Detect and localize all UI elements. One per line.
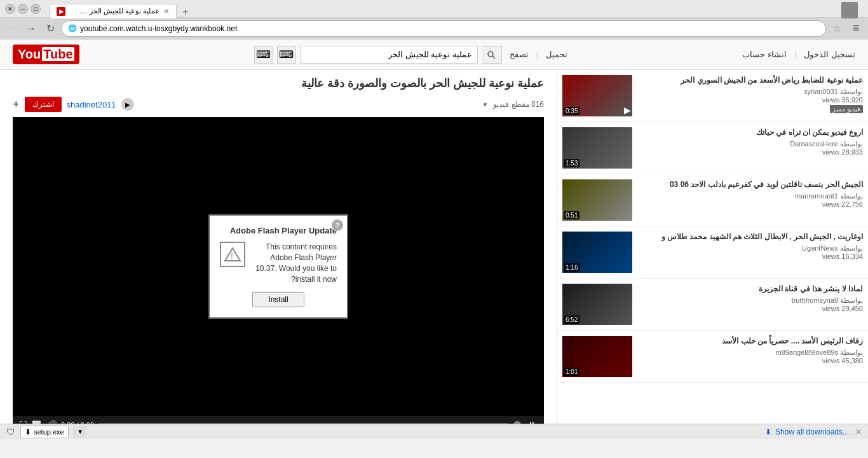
thumb-duration: 0:51 <box>564 211 580 219</box>
dropdown-arrow-icon: ▼ <box>482 101 488 108</box>
time-display: 0:00 / 0:00 <box>61 421 94 424</box>
extension-icon[interactable] <box>841 2 858 18</box>
download-file-icon: ⬇ <box>25 427 31 436</box>
lock-icon: 🌐 <box>68 24 77 32</box>
flash-help-btn[interactable]: ? <box>332 219 343 231</box>
logo-tube: Tube <box>42 47 74 61</box>
browser-tab[interactable]: ▶ عملية نوعية للجيش الحر .... ✕ <box>50 4 177 18</box>
address-bar[interactable]: 🌐 youtube.com.watch.u-losxgbydy.wankbook… <box>61 20 826 37</box>
download-item-chevron[interactable]: ▼ <box>74 426 86 438</box>
main-content: عملية نوعية للجيش الحر بالصوت والصورة دق… <box>0 70 868 424</box>
minimize-window-btn[interactable]: ─ <box>18 4 28 14</box>
time-total: 0:00 <box>61 421 74 424</box>
window-controls[interactable]: ✕ ─ □ <box>5 4 41 14</box>
keyboard-btn-1[interactable]: ⌨ <box>277 46 296 64</box>
url-input[interactable]: youtube.com.watch.u-losxgbydy.wankbook.n… <box>80 24 819 33</box>
download-arrow-icon: ⬇ <box>765 427 771 436</box>
thumb-duration: 0:35 <box>564 107 580 115</box>
item-info: الجيش الحر ينسف ناقلتين لويد في كفرعيم ب… <box>637 179 863 208</box>
pause-button[interactable]: ⏸ <box>525 419 539 424</box>
list-item[interactable]: عملية نوعية للضابط رياض الأسعد من الجيش … <box>557 70 868 122</box>
flash-dialog-title: Adobe Flash Player Update <box>220 226 337 235</box>
list-item[interactable]: لماذا لا ينشر هذا في قناة الجزيرة بواسطة… <box>557 279 868 331</box>
item-info: زفاف الرئيس الأسد .... حصرياً من حلب الأ… <box>637 336 863 364</box>
player-controls: ⏸ 0:00 / 0:00 🔊 ⬜ ⛶ <box>13 416 544 424</box>
item-channel: بواسطة m89angel89love89s <box>637 349 863 357</box>
svg-line-1 <box>492 56 495 59</box>
maximize-window-btn[interactable]: □ <box>31 4 41 14</box>
item-views: views 22,756 <box>637 200 863 208</box>
list-item[interactable]: اوغاريت , الجيش الحر , الابطال الثلاث هم… <box>557 226 868 279</box>
bookmark-btn[interactable]: ☆ <box>829 20 845 37</box>
fullscreen-btn[interactable]: ⛶ <box>18 419 28 424</box>
channel-avatar: ▶ <box>121 98 134 111</box>
youtube-header: تسجيل الدخول | انشاء حساب تحميل | تصفح ع… <box>0 39 868 70</box>
item-channel: بواسطة truthfromsyria9 <box>637 296 863 305</box>
video-player-screen[interactable]: Adobe Flash Player Update ? This content… <box>13 117 544 416</box>
download-bar: 🛡 ⬇ setup.exe ▼ <box>6 426 86 438</box>
search-input[interactable]: عملية نوعية للجيش الحر <box>300 46 478 64</box>
volume-icon[interactable]: 🔊 <box>46 420 57 424</box>
refresh-btn[interactable]: ↻ <box>42 20 58 37</box>
shield-icon: 🛡 <box>6 427 15 437</box>
item-badge: فيديو مميز <box>830 105 863 113</box>
nav-create-account[interactable]: انشاء حساب <box>742 50 787 59</box>
channel-name[interactable]: shadinet2011 <box>67 100 116 109</box>
item-title: عملية نوعية للضابط رياض الأسعد من الجيش … <box>637 75 863 86</box>
flash-dialog-message: This content requires Adobe Flash Player… <box>252 242 337 284</box>
close-window-btn[interactable]: ✕ <box>5 4 15 14</box>
list-item[interactable]: اروع فيديو يمكن ان تراه في حياتك بواسطة … <box>557 122 868 174</box>
nav-browse[interactable]: تصفح <box>510 50 529 59</box>
search-button[interactable] <box>482 46 502 64</box>
new-tab-btn[interactable]: + <box>179 6 192 18</box>
thumb-duration: 1:01 <box>564 368 580 376</box>
thumb-play-icon: ▶ <box>624 105 631 115</box>
nav-upload[interactable]: تحميل <box>546 50 567 59</box>
thumb-duration: 1:53 <box>564 159 580 167</box>
video-section: عملية نوعية للجيش الحر بالصوت والصورة دق… <box>0 70 557 424</box>
subscribe-button[interactable]: اشترك <box>25 97 62 112</box>
video-meta-bar: 816 مقطع فيديو ▼ ▶ shadinet2011 اشترك + <box>13 97 544 112</box>
item-thumbnail: 0:35 ▶ <box>562 75 632 116</box>
nav-sign-in[interactable]: تسجيل الدخول <box>804 50 855 59</box>
plus-icon: + <box>13 98 20 111</box>
bottom-bar-close-btn[interactable]: ✕ <box>855 427 862 436</box>
item-views: views 16,334 <box>637 253 863 260</box>
time-current: 0:00 <box>81 421 94 424</box>
item-thumbnail: 6:52 <box>562 284 632 325</box>
browser-nav-bar: ← → ↻ 🌐 youtube.com.watch.u-losxgbydy.wa… <box>0 18 868 39</box>
list-item[interactable]: الجيش الحر ينسف ناقلتين لويد في كفرعيم ب… <box>557 174 868 226</box>
forward-btn[interactable]: → <box>23 20 39 37</box>
item-views: views 28,933 <box>637 148 863 156</box>
back-btn[interactable]: ← <box>4 20 20 37</box>
keyboard-btn-2[interactable]: ⌨ <box>254 46 273 64</box>
subscribe-area: ▶ shadinet2011 اشترك + <box>13 97 134 112</box>
video-title: عملية نوعية للجيش الحر بالصوت والصورة دق… <box>13 76 544 90</box>
video-player: Adobe Flash Player Update ? This content… <box>13 117 544 424</box>
tab-bar: ▶ عملية نوعية للجيش الحر .... ✕ + <box>44 0 863 18</box>
player-right-controls: ⬜ ⛶ <box>18 419 43 424</box>
item-views: views 35,920 <box>637 96 863 104</box>
tab-close-btn[interactable]: ✕ <box>163 7 170 16</box>
item-channel: بواسطة UgaritNews <box>637 244 863 253</box>
item-info: لماذا لا ينشر هذا في قناة الجزيرة بواسطة… <box>637 284 863 312</box>
item-info: عملية نوعية للضابط رياض الأسعد من الجيش … <box>637 75 863 113</box>
show-downloads-link[interactable]: Show all downloads... <box>775 427 849 436</box>
progress-bar[interactable] <box>98 423 510 424</box>
item-thumbnail: 1:01 <box>562 336 632 377</box>
page-content: تسجيل الدخول | انشاء حساب تحميل | تصفح ع… <box>0 39 868 424</box>
fullscreen-rect-btn[interactable]: ⬜ <box>31 419 43 424</box>
download-filename: setup.exe <box>34 428 64 436</box>
list-item[interactable]: زفاف الرئيس الأسد .... حصرياً من حلب الأ… <box>557 331 868 383</box>
tab-favicon: ▶ <box>57 7 65 16</box>
flash-warning-icon: ! <box>220 242 245 267</box>
show-downloads-area: ⬇ Show all downloads... ✕ <box>765 427 862 436</box>
item-channel: بواسطة manremnant1 <box>637 192 863 200</box>
browser-menu-btn[interactable]: ≡ <box>848 20 864 37</box>
flash-install-button[interactable]: Install <box>252 292 304 307</box>
browser-title-bar: ✕ ─ □ ▶ عملية نوعية للجيش الحر .... ✕ + <box>0 0 868 18</box>
nav-links: تسجيل الدخول | انشاء حساب <box>742 50 855 59</box>
item-title: لماذا لا ينشر هذا في قناة الجزيرة <box>637 284 863 295</box>
thumb-duration: 1:16 <box>564 263 580 272</box>
item-channel: بواسطة DamascusHere <box>637 140 863 148</box>
